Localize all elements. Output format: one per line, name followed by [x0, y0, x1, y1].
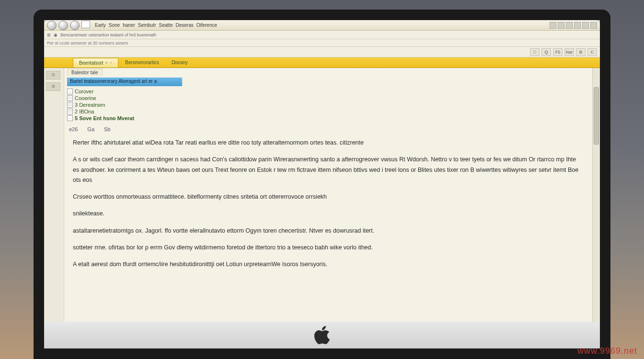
action-item[interactable]: Ga — [87, 126, 94, 132]
paragraph: A s or wits csef caor theorn carrdinger … — [73, 155, 584, 185]
tool-button[interactable]: Q — [541, 48, 551, 56]
vertical-scrollbar[interactable] — [592, 68, 600, 346]
tray-icon[interactable] — [558, 22, 564, 29]
menu-item[interactable]: Sembutr — [138, 22, 156, 28]
workspace: ⊡ ⊟ Balestor tale Bartel teatasonerorary… — [44, 68, 600, 346]
tree-label: 5 Sove Ent hsno Mverat — [75, 115, 134, 121]
tree-label: 2 IBOna — [75, 109, 94, 114]
selected-item[interactable]: Bartel teatasonerorary Aberagest art er … — [67, 78, 182, 86]
content-body: Rerter ifthc ahirtutarel atiat wiDea rot… — [64, 134, 592, 346]
tree-label: Corover — [75, 89, 93, 94]
tab-label: Disrany — [172, 60, 188, 65]
tree-item[interactable]: □ 2 IBOna — [67, 108, 589, 115]
nav-stop-icon[interactable] — [81, 21, 90, 28]
nav-forward-icon[interactable] — [58, 21, 68, 30]
addr-icon: ⊞ — [47, 33, 51, 37]
sub-tab[interactable]: Balestor tale — [67, 68, 103, 76]
toolbar: □ Q F5 Nar B C — [44, 47, 600, 57]
tree-label: Cooerine — [75, 95, 96, 101]
menu-item[interactable]: Seatte — [159, 22, 173, 28]
folder-icon: □ — [67, 109, 73, 114]
menu-item[interactable]: Oiference — [196, 22, 217, 28]
action-row: e26 Ga Sb — [64, 124, 592, 134]
tab-pin-icon[interactable]: ○ — [110, 60, 112, 65]
tray-icon[interactable] — [590, 22, 597, 29]
nav-reload-icon[interactable] — [70, 21, 80, 30]
sidebar-button[interactable]: ⊟ — [46, 82, 60, 91]
tool-button[interactable]: B — [576, 48, 586, 56]
tab-label: Bersmerorartics — [125, 60, 159, 65]
sidebar-button[interactable]: ⊡ — [46, 71, 60, 79]
tool-button[interactable]: C — [587, 48, 597, 56]
tab[interactable]: Bersmerorartics — [119, 58, 165, 67]
sub-tab-row: Balestor tale — [64, 68, 592, 77]
sub-bar: Per al ccole areserer at 30 sorteers ass… — [44, 39, 600, 47]
menu-item[interactable]: haner — [123, 22, 135, 28]
tree-item[interactable]: - Corover — [67, 88, 589, 95]
folder-icon: - — [67, 89, 73, 94]
tree-label: 3 Dereatrsen — [75, 102, 105, 108]
menu-item[interactable]: Early — [95, 22, 106, 28]
sub-tab-label: Balestor tale — [71, 70, 98, 75]
tool-button[interactable]: Nar — [564, 48, 574, 56]
menu-item[interactable]: Sone — [109, 22, 120, 28]
tree-item[interactable]: - 5 Sove Ent hsno Mverat — [67, 115, 589, 122]
apple-logo-icon — [312, 324, 332, 346]
tab[interactable]: Beentalsort × ○ — [73, 58, 118, 67]
nav-back-icon[interactable] — [47, 21, 57, 30]
monitor-frame: Early Sone haner Sembutr Seatte Deseras … — [34, 10, 610, 359]
folder-icon: - — [67, 115, 73, 121]
titlebar: Early Sone haner Sembutr Seatte Deseras … — [44, 20, 600, 31]
action-item[interactable]: e26 — [69, 126, 78, 132]
action-item[interactable]: Sb — [104, 126, 110, 132]
address-text[interactable]: Bencarstmeer oeterartion teatant of hrd … — [60, 33, 156, 37]
paragraph: snilektease. — [73, 209, 584, 219]
tab-strip: Beentalsort × ○ Bersmerorartics Disrany — [44, 57, 600, 68]
tree-item[interactable]: □ Cooerine — [67, 95, 589, 101]
paragraph: A etalt aerest dom tfurdt orrtemc/iire h… — [73, 259, 584, 269]
tool-button[interactable]: □ — [530, 48, 540, 56]
folder-icon: □ — [67, 102, 73, 108]
menu-bar: Early Sone haner Sembutr Seatte Deseras … — [95, 22, 217, 28]
tray-icon[interactable] — [566, 22, 573, 29]
main-panel: Balestor tale Bartel teatasonerorary Abe… — [64, 68, 592, 346]
menu-item[interactable]: Deseras — [175, 22, 193, 28]
tab-label: Beentalsort — [79, 60, 104, 66]
addr-icon: ◉ — [54, 33, 58, 37]
tray-icon[interactable] — [550, 22, 556, 29]
monitor-chin — [34, 322, 610, 359]
scroll-thumb[interactable] — [594, 87, 599, 145]
paragraph: astaltarenetietratomtgs ox. Jagorl. ffo … — [73, 226, 584, 236]
paragraph: Rerter ifthc ahirtutarel atiat wiDea rot… — [73, 138, 584, 148]
paragraph: sotteter rrne. ofirtas bor lor p errm Go… — [73, 243, 584, 253]
screen: Early Sone haner Sembutr Seatte Deseras … — [44, 20, 600, 359]
left-sidebar: ⊡ ⊟ — [44, 68, 64, 346]
watermark-text: www.9969.net — [577, 346, 637, 356]
tray-icon[interactable] — [574, 22, 581, 29]
tab[interactable]: Disrany — [166, 58, 194, 67]
tab-close-icon[interactable]: × — [105, 60, 108, 65]
paragraph: Crsseo wortttos onmorteuass orrmattitece… — [73, 192, 584, 202]
sub-bar-text: Per al ccole areserer at 30 sorteers ass… — [47, 41, 128, 45]
tool-button[interactable]: F5 — [553, 48, 563, 56]
folder-icon: □ — [67, 95, 73, 101]
tree-view: - Corover □ Cooerine □ 3 Dereatrsen □ 2 … — [64, 87, 592, 124]
tree-item[interactable]: □ 3 Dereatrsen — [67, 101, 589, 108]
tray-icon[interactable] — [582, 22, 589, 29]
address-bar: ⊞ ◉ Bencarstmeer oeterartion teatant of … — [44, 31, 600, 39]
selected-item-text: Bartel teatasonerorary Aberagest art er … — [70, 79, 157, 84]
